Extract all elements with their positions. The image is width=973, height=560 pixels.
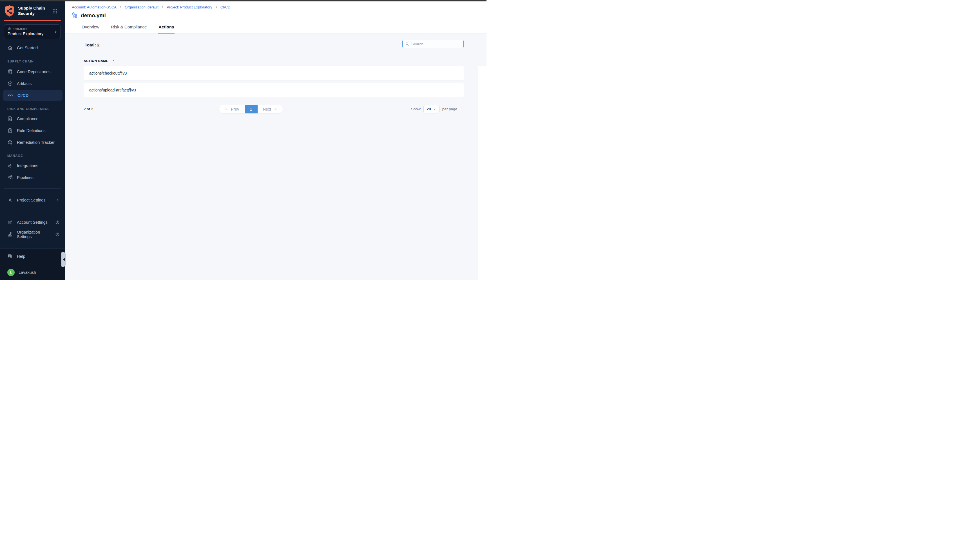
sidebar-item-label: Pipelines [17, 175, 33, 180]
user-avatar: L [7, 269, 15, 276]
breadcrumb-project-link[interactable]: Project: Product Exploratory [167, 5, 212, 9]
section-risk-and-compliance: RISK AND COMPLIANCE [7, 107, 50, 111]
app-title-line1: Supply Chain [18, 6, 45, 11]
document-search-icon [7, 116, 13, 122]
breadcrumb-account-link[interactable]: Account: Automation-SSCA [72, 5, 117, 9]
sidebar-item-label: Compliance [17, 117, 38, 121]
breadcrumb-cicd-link[interactable]: CI/CD [220, 5, 230, 9]
sidebar-item-artifacts[interactable]: Artifacts [3, 78, 62, 89]
prev-page-button[interactable]: Prev [219, 105, 245, 113]
integrations-icon [7, 163, 13, 168]
page-size-control: Show 20 per page [411, 105, 457, 113]
page-size-value: 20 [427, 107, 431, 111]
sidebar-item-remediation-tracker[interactable]: Remediation Tracker [3, 137, 62, 148]
page-header: Account: Automation-SSCA Organization: d… [65, 2, 486, 34]
prev-label: Prev [231, 107, 239, 112]
sidebar-item-help[interactable]: Help [3, 251, 62, 262]
next-page-button[interactable]: Next [258, 105, 283, 113]
sidebar-item-label: CI/CD [17, 93, 28, 98]
chevron-right-icon [56, 198, 60, 202]
sort-descending-icon [112, 59, 115, 62]
sidebar: Supply Chain Security PROJECT Product Ex… [0, 2, 65, 280]
app-title-line2: Security [18, 11, 45, 16]
tab-bar: Overview Risk & Compliance Actions [81, 25, 175, 33]
pipelines-icon [7, 175, 13, 180]
sidebar-item-code-repositories[interactable]: Code Repositories [3, 67, 62, 77]
next-label: Next [263, 107, 271, 112]
column-header-action-name[interactable]: ACTION NAME [83, 59, 115, 62]
info-icon[interactable] [55, 232, 60, 237]
box-repair-icon [7, 140, 13, 145]
project-selector[interactable]: PROJECT Product Exploratory [4, 25, 61, 39]
sidebar-item-rule-definitions[interactable]: Rule Definitions [3, 125, 62, 136]
sidebar-item-label: Remediation Tracker [17, 140, 55, 145]
sidebar-item-label: Help [17, 254, 25, 258]
content-area: Total: 2 ACTION NAME actions/checkout@v3… [65, 34, 486, 280]
user-name: Lavakush [18, 270, 36, 275]
sidebar-item-label: Organization Settings [17, 230, 51, 239]
per-page-label: per page [442, 107, 457, 111]
infinity-icon [7, 93, 13, 98]
sidebar-item-pipelines[interactable]: Pipelines [3, 172, 62, 183]
main-area: Account: Automation-SSCA Organization: d… [65, 2, 486, 280]
shield-logo-icon [4, 5, 15, 17]
code-repository-icon [7, 69, 13, 75]
breadcrumb-organization-link[interactable]: Organization: default [125, 5, 159, 9]
sidebar-item-organization-settings[interactable]: Organization Settings [3, 229, 62, 240]
sidebar-collapse-handle[interactable] [62, 252, 66, 267]
search-box [402, 40, 464, 48]
sidebar-item-account-settings[interactable]: Account Settings [3, 217, 62, 228]
sidebar-item-label: Rule Definitions [17, 128, 46, 133]
sidebar-item-compliance[interactable]: Compliance [3, 113, 62, 124]
app-switcher-grid-icon[interactable] [52, 9, 57, 14]
collapse-arrow-icon [63, 258, 65, 261]
page-number-1[interactable]: 1 [245, 105, 258, 113]
right-gutter [478, 66, 486, 280]
table-row[interactable]: actions/checkout@v3 [83, 66, 464, 80]
sidebar-item-cicd[interactable]: CI/CD [3, 90, 62, 101]
table-row[interactable]: actions/upload-artifact@v3 [83, 83, 464, 97]
chevron-right-icon [119, 6, 122, 9]
sidebar-item-get-started[interactable]: Get Started [3, 42, 62, 53]
layers-gear-icon [7, 220, 13, 225]
sidebar-item-label: Project Settings [17, 198, 46, 202]
section-manage: MANAGE [7, 154, 23, 157]
sidebar-item-integrations[interactable]: Integrations [3, 160, 62, 171]
total-count: Total: 2 [85, 42, 99, 47]
box-icon [7, 81, 13, 87]
sidebar-divider [4, 214, 61, 214]
page-size-select[interactable]: 20 [424, 105, 439, 113]
sidebar-item-label: Get Started [17, 46, 38, 50]
org-gear-icon [7, 232, 13, 237]
pagination: Prev 1 Next [219, 105, 283, 113]
cube-icon [8, 27, 11, 30]
tab-actions[interactable]: Actions [158, 25, 175, 33]
chevron-right-icon [161, 6, 164, 9]
search-icon [405, 42, 409, 46]
sidebar-item-label: Account Settings [17, 220, 48, 225]
sidebar-item-label: Artifacts [17, 81, 32, 86]
clipboard-check-icon [7, 128, 13, 133]
sidebar-item-user-profile[interactable]: L Lavakush [3, 267, 62, 278]
project-name: Product Exploratory [8, 32, 58, 36]
sidebar-item-project-settings[interactable]: Project Settings [3, 195, 62, 205]
workflow-icon [72, 12, 78, 18]
home-icon [7, 45, 13, 51]
gear-icon [7, 197, 13, 203]
sidebar-item-label: Code Repositories [17, 70, 50, 74]
tab-risk-compliance[interactable]: Risk & Compliance [111, 25, 147, 33]
action-name-cell: actions/checkout@v3 [89, 71, 127, 75]
arrow-right-icon [273, 107, 277, 111]
column-header-label: ACTION NAME [83, 59, 108, 62]
info-icon[interactable] [55, 220, 60, 225]
pagination-range: 2 of 2 [83, 105, 93, 113]
page-title-row: demo.yml [72, 12, 106, 18]
show-label: Show [411, 107, 421, 111]
action-name-cell: actions/upload-artifact@v3 [89, 88, 136, 92]
chevron-right-icon [53, 30, 58, 34]
app-logo: Supply Chain Security [4, 5, 45, 17]
tab-overview[interactable]: Overview [81, 25, 100, 33]
sidebar-item-label: Integrations [17, 163, 38, 168]
search-input[interactable] [411, 42, 461, 46]
breadcrumb: Account: Automation-SSCA Organization: d… [72, 5, 230, 9]
